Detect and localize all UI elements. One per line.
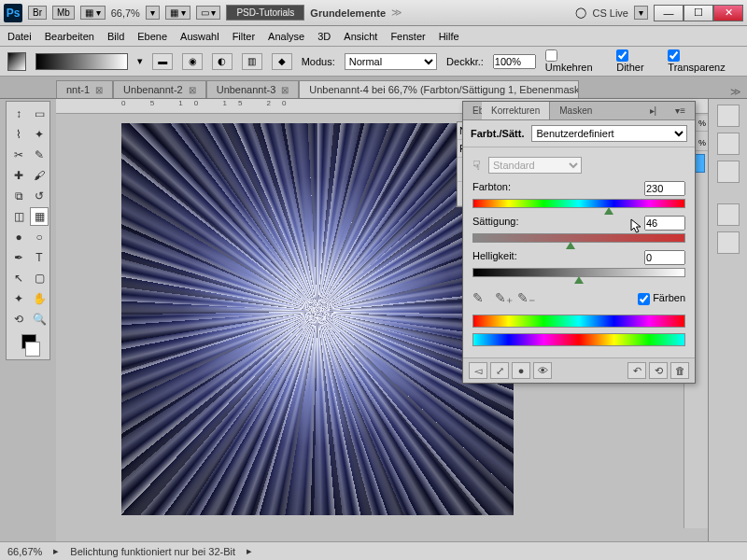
path-select-tool[interactable]: ↖	[9, 269, 28, 287]
menu-ebene[interactable]: Ebene	[137, 31, 167, 42]
status-zoom[interactable]: 66,67%	[7, 546, 42, 557]
hue-input[interactable]	[644, 181, 685, 196]
shape-tool[interactable]: ▢	[30, 269, 49, 287]
status-more-icon[interactable]: ▸	[247, 545, 252, 557]
prev-state-icon[interactable]: ↶	[627, 362, 646, 379]
doc-tab-1[interactable]: nnt-1⊠	[56, 80, 113, 98]
screen-mode-button[interactable]: ▭ ▾	[196, 6, 221, 20]
hand-tool[interactable]: ✋	[30, 289, 49, 308]
eraser-tool[interactable]: ◫	[9, 207, 28, 226]
saturation-slider[interactable]	[472, 233, 685, 243]
menu-datei[interactable]: Datei	[7, 31, 32, 42]
bridge-button[interactable]: Br	[28, 6, 47, 20]
layers-panel-icon[interactable]	[717, 105, 740, 127]
visibility-icon[interactable]: 👁	[533, 362, 552, 379]
close-icon[interactable]: ⊠	[95, 85, 103, 95]
menu-3d[interactable]: 3D	[317, 31, 331, 42]
doc-tab-4[interactable]: Unbenannt-4 bei 66,7% (Farbton/Sättigung…	[299, 80, 579, 98]
gradient-linear-button[interactable]: ▬	[152, 53, 173, 70]
hue-slider[interactable]	[472, 199, 685, 208]
gradient-reflected-button[interactable]: ▥	[242, 53, 262, 70]
eyedropper-sub-icon[interactable]: ✎₋	[517, 290, 534, 307]
move-tool[interactable]: ↕	[9, 105, 28, 123]
preset-select[interactable]: Benutzerdefiniert	[531, 125, 687, 142]
saturation-slider-handle[interactable]	[566, 242, 575, 249]
workspace-more-icon[interactable]: ≫	[391, 7, 402, 19]
hand-scrub-icon[interactable]: ☟	[472, 158, 481, 173]
view-extras-button[interactable]: ▦ ▾	[165, 6, 190, 20]
wand-tool[interactable]: ✦	[30, 125, 49, 144]
marquee-tool[interactable]: ▭	[30, 105, 49, 123]
channels-panel-icon[interactable]	[717, 133, 740, 155]
eyedropper-tool[interactable]: ✎	[30, 146, 49, 164]
maximize-button[interactable]: ☐	[684, 5, 713, 21]
cslive-button[interactable]: CS Live	[592, 7, 628, 19]
zoom-dropdown[interactable]: ▾	[146, 6, 160, 20]
transparenz-checkbox[interactable]: Transparenz	[668, 49, 740, 74]
styles-panel-icon[interactable]	[717, 231, 740, 254]
type-tool[interactable]: T	[30, 248, 49, 267]
background-swatch[interactable]	[25, 342, 40, 357]
color-swatches[interactable]	[9, 334, 49, 357]
clip-icon[interactable]: ●	[512, 362, 530, 379]
lightness-input[interactable]	[644, 250, 685, 265]
lasso-tool[interactable]: ⌇	[9, 125, 28, 144]
gradient-picker[interactable]	[35, 53, 128, 70]
lightness-slider-handle[interactable]	[574, 276, 584, 284]
crop-tool[interactable]: ✂	[9, 146, 28, 164]
menu-fenster[interactable]: Fenster	[390, 31, 425, 42]
gradient-radial-button[interactable]: ◉	[182, 53, 203, 70]
history-brush-tool[interactable]: ↺	[30, 187, 49, 205]
minibridge-button[interactable]: Mb	[52, 6, 75, 20]
close-button[interactable]: ✕	[713, 5, 743, 21]
status-info-icon[interactable]: ▸	[53, 545, 59, 557]
menu-auswahl[interactable]: Auswahl	[180, 31, 219, 42]
lightness-slider[interactable]	[472, 268, 685, 277]
zoom-tool[interactable]: 🔍	[30, 310, 49, 329]
hue-slider-handle[interactable]	[604, 207, 613, 215]
expand-icon[interactable]: ⤢	[490, 362, 509, 379]
tab-overflow-icon[interactable]: ≫	[725, 86, 747, 98]
gradient-tool[interactable]: ▦	[30, 207, 49, 226]
pen-tool[interactable]: ✒	[9, 248, 28, 267]
paths-panel-icon[interactable]	[717, 161, 740, 183]
panel-collapse-icon[interactable]: ▸|	[641, 102, 667, 119]
3d-tool[interactable]: ✦	[9, 289, 28, 308]
back-icon[interactable]: ◅	[469, 362, 487, 379]
heal-tool[interactable]: ✚	[9, 166, 28, 185]
arrange-button[interactable]: ▦ ▾	[80, 6, 106, 20]
tab-korrekturen[interactable]: Korrekturen	[482, 102, 550, 119]
brush-tool[interactable]: 🖌	[30, 166, 49, 185]
stamp-tool[interactable]: ⧉	[9, 187, 28, 205]
menu-ansicht[interactable]: Ansicht	[344, 31, 377, 42]
menu-hilfe[interactable]: Hilfe	[439, 31, 459, 42]
menu-filter[interactable]: Filter	[233, 31, 255, 42]
modus-select[interactable]: Normal	[345, 53, 437, 70]
close-icon[interactable]: ⊠	[281, 85, 289, 95]
menu-bild[interactable]: Bild	[107, 31, 124, 42]
umkehren-checkbox[interactable]: Umkehren	[545, 49, 607, 74]
adjustments-panel-icon[interactable]	[717, 203, 740, 226]
menu-bearbeiten[interactable]: Bearbeiten	[45, 31, 94, 42]
deckkr-input[interactable]	[493, 54, 536, 69]
eyedropper-add-icon[interactable]: ✎₊	[495, 290, 512, 307]
dodge-tool[interactable]: ○	[30, 228, 49, 246]
tab-eb-truncated[interactable]: Eb	[463, 102, 482, 119]
cslive-dropdown[interactable]: ▾	[634, 6, 648, 20]
colorize-checkbox[interactable]: Färben	[638, 292, 685, 305]
doc-tab-2[interactable]: Unbenannt-2⊠	[113, 80, 206, 98]
dither-checkbox[interactable]: Dither	[616, 49, 658, 74]
doc-tab-3[interactable]: Unbenannt-3⊠	[206, 80, 300, 98]
close-icon[interactable]: ⊠	[189, 85, 196, 95]
workspace-tutorials-button[interactable]: PSD-Tutorials	[226, 5, 304, 21]
minimize-button[interactable]: —	[654, 5, 684, 21]
blur-tool[interactable]: ●	[9, 228, 28, 246]
gradient-angle-button[interactable]: ◐	[212, 53, 233, 70]
panel-menu-icon[interactable]: ▾≡	[666, 102, 695, 119]
menu-analyse[interactable]: Analyse	[268, 31, 304, 42]
rotate-tool[interactable]: ⟲	[9, 310, 28, 329]
delete-icon[interactable]: 🗑	[670, 362, 689, 379]
canvas-image[interactable]	[121, 123, 514, 515]
workspace-label[interactable]: Grundelemente	[310, 7, 386, 19]
tab-masken[interactable]: Masken	[550, 102, 601, 119]
